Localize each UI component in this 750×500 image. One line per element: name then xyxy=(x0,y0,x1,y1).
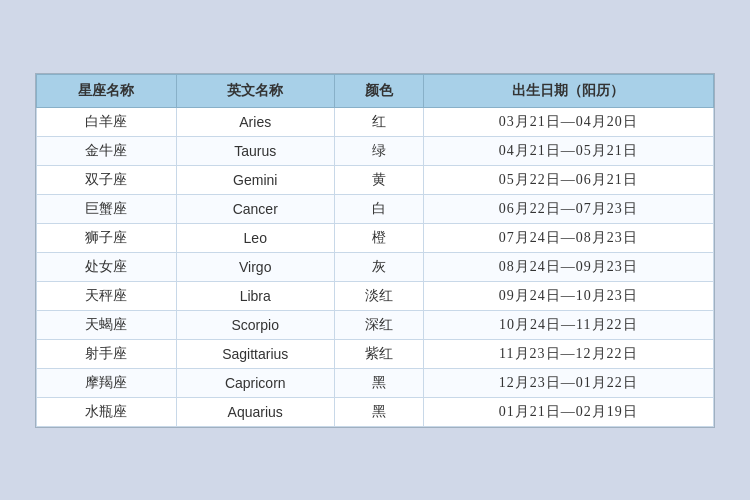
cell-color: 绿 xyxy=(334,136,423,165)
cell-color: 黑 xyxy=(334,368,423,397)
cell-english-name: Leo xyxy=(176,223,334,252)
cell-date: 09月24日—10月23日 xyxy=(423,281,713,310)
table-header-row: 星座名称 英文名称 颜色 出生日期（阳历） xyxy=(37,74,714,107)
table-row: 处女座Virgo灰08月24日—09月23日 xyxy=(37,252,714,281)
cell-color: 黄 xyxy=(334,165,423,194)
cell-english-name: Sagittarius xyxy=(176,339,334,368)
cell-chinese-name: 水瓶座 xyxy=(37,397,177,426)
table-body: 白羊座Aries红03月21日—04月20日金牛座Taurus绿04月21日—0… xyxy=(37,107,714,426)
table-row: 金牛座Taurus绿04月21日—05月21日 xyxy=(37,136,714,165)
cell-chinese-name: 白羊座 xyxy=(37,107,177,136)
table-row: 摩羯座Capricorn黑12月23日—01月22日 xyxy=(37,368,714,397)
cell-date: 12月23日—01月22日 xyxy=(423,368,713,397)
cell-color: 白 xyxy=(334,194,423,223)
cell-english-name: Scorpio xyxy=(176,310,334,339)
cell-chinese-name: 天秤座 xyxy=(37,281,177,310)
table-row: 天秤座Libra淡红09月24日—10月23日 xyxy=(37,281,714,310)
cell-color: 橙 xyxy=(334,223,423,252)
zodiac-table: 星座名称 英文名称 颜色 出生日期（阳历） 白羊座Aries红03月21日—04… xyxy=(36,74,714,427)
cell-english-name: Gemini xyxy=(176,165,334,194)
cell-date: 11月23日—12月22日 xyxy=(423,339,713,368)
table-row: 双子座Gemini黄05月22日—06月21日 xyxy=(37,165,714,194)
cell-color: 红 xyxy=(334,107,423,136)
cell-english-name: Aquarius xyxy=(176,397,334,426)
table-row: 白羊座Aries红03月21日—04月20日 xyxy=(37,107,714,136)
table-row: 天蝎座Scorpio深红10月24日—11月22日 xyxy=(37,310,714,339)
cell-english-name: Aries xyxy=(176,107,334,136)
zodiac-table-container: 星座名称 英文名称 颜色 出生日期（阳历） 白羊座Aries红03月21日—04… xyxy=(35,73,715,428)
header-chinese-name: 星座名称 xyxy=(37,74,177,107)
table-row: 水瓶座Aquarius黑01月21日—02月19日 xyxy=(37,397,714,426)
cell-color: 淡红 xyxy=(334,281,423,310)
cell-chinese-name: 双子座 xyxy=(37,165,177,194)
table-row: 巨蟹座Cancer白06月22日—07月23日 xyxy=(37,194,714,223)
cell-date: 07月24日—08月23日 xyxy=(423,223,713,252)
cell-date: 01月21日—02月19日 xyxy=(423,397,713,426)
cell-date: 03月21日—04月20日 xyxy=(423,107,713,136)
cell-english-name: Cancer xyxy=(176,194,334,223)
cell-chinese-name: 天蝎座 xyxy=(37,310,177,339)
header-color: 颜色 xyxy=(334,74,423,107)
cell-chinese-name: 摩羯座 xyxy=(37,368,177,397)
cell-chinese-name: 射手座 xyxy=(37,339,177,368)
cell-english-name: Capricorn xyxy=(176,368,334,397)
cell-date: 08月24日—09月23日 xyxy=(423,252,713,281)
cell-chinese-name: 处女座 xyxy=(37,252,177,281)
cell-color: 深红 xyxy=(334,310,423,339)
table-row: 狮子座Leo橙07月24日—08月23日 xyxy=(37,223,714,252)
cell-english-name: Virgo xyxy=(176,252,334,281)
cell-date: 06月22日—07月23日 xyxy=(423,194,713,223)
cell-color: 紫红 xyxy=(334,339,423,368)
cell-chinese-name: 狮子座 xyxy=(37,223,177,252)
cell-chinese-name: 巨蟹座 xyxy=(37,194,177,223)
cell-color: 灰 xyxy=(334,252,423,281)
cell-date: 05月22日—06月21日 xyxy=(423,165,713,194)
header-english-name: 英文名称 xyxy=(176,74,334,107)
table-row: 射手座Sagittarius紫红11月23日—12月22日 xyxy=(37,339,714,368)
cell-date: 10月24日—11月22日 xyxy=(423,310,713,339)
cell-english-name: Libra xyxy=(176,281,334,310)
cell-chinese-name: 金牛座 xyxy=(37,136,177,165)
header-date: 出生日期（阳历） xyxy=(423,74,713,107)
cell-color: 黑 xyxy=(334,397,423,426)
cell-date: 04月21日—05月21日 xyxy=(423,136,713,165)
cell-english-name: Taurus xyxy=(176,136,334,165)
